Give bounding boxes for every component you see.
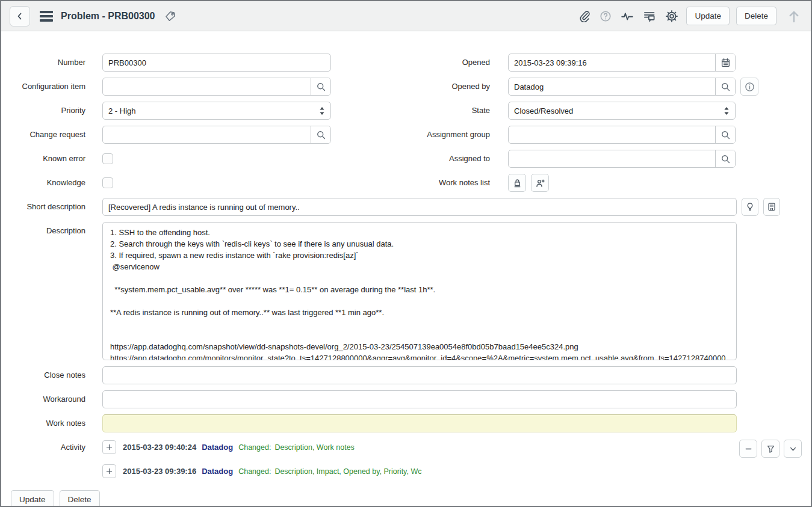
change-request-label: Change request <box>1 126 85 144</box>
priority-label: Priority <box>1 102 85 120</box>
activity-section: Activity 2015-03-23 09:40:24 Datadog Cha… <box>1 440 811 488</box>
context-menu-icon[interactable] <box>40 11 53 22</box>
configuration-item-input[interactable] <box>103 78 311 95</box>
form-column-right: Opened Opened by <box>331 54 811 198</box>
plus-icon <box>105 443 113 451</box>
gear-icon <box>665 10 678 23</box>
activity-changed-label: Changed: <box>238 443 271 452</box>
form-column-left: Number Configuration item Priority <box>1 54 331 198</box>
assignment-group-lookup-button[interactable] <box>715 126 735 143</box>
change-request-lookup-button[interactable] <box>311 126 330 143</box>
delete-button-footer[interactable]: Delete <box>60 490 100 507</box>
close-notes-label: Close notes <box>1 366 85 384</box>
field-row-knowledge: Knowledge <box>1 174 331 192</box>
configuration-item-lookup-button[interactable] <box>311 78 330 95</box>
settings-button[interactable] <box>664 8 680 24</box>
assigned-to-input[interactable] <box>509 150 715 167</box>
knowledge-label: Knowledge <box>1 174 85 192</box>
opened-input[interactable] <box>509 54 715 71</box>
workaround-input[interactable] <box>102 390 737 408</box>
delete-button-header[interactable]: Delete <box>736 7 776 25</box>
priority-select[interactable]: 2 - High <box>102 102 331 120</box>
lock-icon <box>512 178 522 188</box>
update-button-header[interactable]: Update <box>686 7 730 25</box>
work-notes-input[interactable] <box>102 414 737 432</box>
personalize-button[interactable] <box>619 9 635 23</box>
activity-changed-fields: Description, Work notes <box>274 443 354 452</box>
problem-form-window: Problem - PRB00300 <box>0 0 812 507</box>
activity-filter-button[interactable] <box>761 440 779 458</box>
activity-user[interactable]: Datadog <box>202 443 233 452</box>
field-row-change-request: Change request <box>1 126 331 144</box>
opened-label: Opened <box>331 54 490 72</box>
activity-user[interactable]: Datadog <box>202 467 233 476</box>
select-arrows-icon <box>319 106 325 117</box>
work-notes-list-label: Work notes list <box>331 174 490 192</box>
opened-by-lookup-button[interactable] <box>715 78 735 95</box>
activity-entry: 2015-03-23 09:39:16 Datadog Changed: Des… <box>102 464 421 478</box>
page-title: Problem - PRB00300 <box>61 11 155 22</box>
help-button[interactable] <box>598 9 613 23</box>
opened-by-input[interactable] <box>509 78 715 95</box>
form-header: Problem - PRB00300 <box>1 1 811 31</box>
activity-label: Activity <box>1 440 85 455</box>
pulse-icon <box>621 10 634 22</box>
short-description-input[interactable] <box>102 198 737 216</box>
opened-by-preview-button[interactable] <box>740 78 758 96</box>
field-row-opened: Opened <box>331 54 811 72</box>
known-error-label: Known error <box>1 150 85 168</box>
search-icon <box>316 130 326 140</box>
plus-icon <box>105 467 113 475</box>
search-icon <box>721 154 731 164</box>
activity-collapse-button[interactable] <box>739 440 757 458</box>
assigned-to-label: Assigned to <box>331 150 490 168</box>
tag-icon[interactable] <box>163 10 176 23</box>
help-icon <box>600 10 612 22</box>
knowledge-search-button[interactable] <box>763 198 780 216</box>
back-button[interactable] <box>10 6 30 26</box>
change-request-input[interactable] <box>103 126 311 143</box>
attachment-button[interactable] <box>577 9 592 23</box>
arrow-up-icon <box>787 8 801 24</box>
field-row-assignment-group: Assignment group <box>331 126 811 144</box>
knowledge-checkbox[interactable] <box>102 177 113 188</box>
state-label: State <box>331 102 490 120</box>
scroll-top-button[interactable] <box>786 7 802 25</box>
assignment-group-input[interactable] <box>509 126 715 143</box>
activity-timestamp: 2015-03-23 09:39:16 <box>123 467 196 476</box>
close-notes-input[interactable] <box>102 366 737 384</box>
form-footer: Update Delete <box>11 490 811 507</box>
number-label: Number <box>1 54 85 72</box>
activity-entry: 2015-03-23 09:40:24 Datadog Changed: Des… <box>102 440 421 454</box>
suggestion-button[interactable] <box>742 198 758 216</box>
description-textarea[interactable]: 1. SSH to the offending host. 2. Search … <box>102 222 737 360</box>
search-icon <box>721 130 731 140</box>
update-button-footer[interactable]: Update <box>11 490 54 507</box>
assigned-to-lookup-button[interactable] <box>715 150 735 167</box>
known-error-checkbox[interactable] <box>102 153 113 164</box>
chevron-down-icon <box>789 444 798 453</box>
work-notes-list-lock-button[interactable] <box>508 174 526 192</box>
activity-expand-button[interactable] <box>102 440 116 454</box>
calendar-icon <box>721 58 731 68</box>
workaround-label: Workaround <box>1 390 85 408</box>
activity-actions <box>739 440 802 458</box>
activity-expand-button[interactable] <box>102 464 116 478</box>
field-row-priority: Priority 2 - High <box>1 102 331 120</box>
header-actions: Update Delete <box>577 7 802 25</box>
state-value: Closed/Resolved <box>514 106 573 115</box>
short-description-label: Short description <box>1 198 85 216</box>
field-row-opened-by: Opened by <box>331 78 811 96</box>
state-select[interactable]: Closed/Resolved <box>508 102 736 120</box>
minus-icon <box>744 444 753 453</box>
number-input[interactable] <box>102 54 331 72</box>
work-notes-list-add-person-button[interactable] <box>531 174 549 192</box>
work-notes-label: Work notes <box>1 414 85 432</box>
opened-calendar-button[interactable] <box>715 54 735 71</box>
activity-stream-button[interactable] <box>642 9 657 23</box>
lightbulb-icon <box>745 202 755 212</box>
activity-entries: 2015-03-23 09:40:24 Datadog Changed: Des… <box>102 440 421 488</box>
form-body: Number Configuration item Priority <box>1 31 811 507</box>
activity-expand-all-button[interactable] <box>784 440 802 458</box>
field-row-known-error: Known error <box>1 150 331 168</box>
